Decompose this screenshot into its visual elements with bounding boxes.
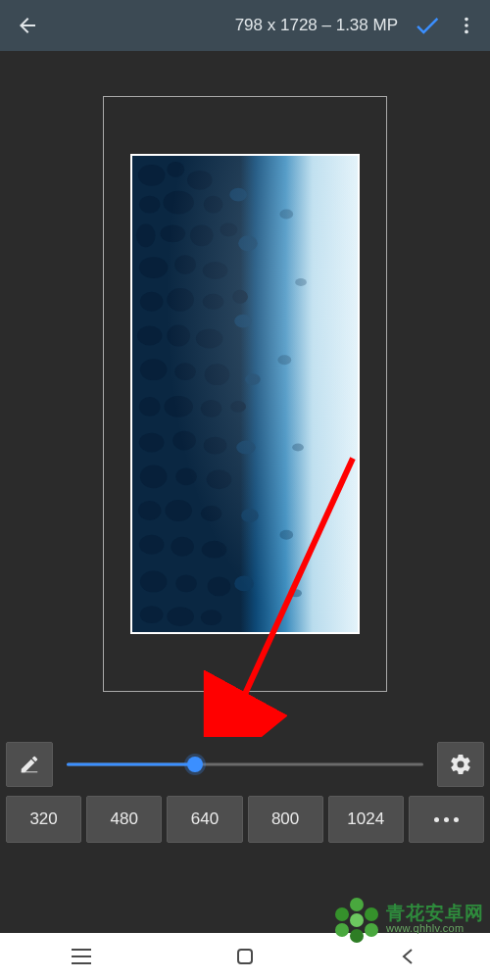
- nav-home-icon: [236, 948, 254, 965]
- preset-button-1[interactable]: 480: [86, 796, 162, 843]
- preset-button-2[interactable]: 640: [167, 796, 242, 843]
- app-root: 798 x 1728 – 1.38 MP: [0, 0, 490, 980]
- back-button[interactable]: [6, 4, 49, 47]
- check-icon: [413, 11, 442, 40]
- back-arrow-icon: [16, 14, 39, 37]
- overflow-menu-button[interactable]: [449, 4, 484, 47]
- svg-rect-62: [132, 156, 358, 632]
- top-bar: 798 x 1728 – 1.38 MP: [0, 0, 490, 51]
- preset-more-button[interactable]: [409, 796, 484, 843]
- nav-recents-button[interactable]: [64, 939, 99, 974]
- nav-home-button[interactable]: [227, 939, 263, 974]
- canvas-frame: [103, 96, 387, 692]
- preview-image-content: [132, 156, 358, 632]
- overflow-icon: [456, 15, 477, 36]
- size-slider[interactable]: [59, 742, 431, 787]
- svg-point-0: [465, 18, 468, 22]
- preview-area: [0, 51, 490, 737]
- svg-rect-67: [72, 962, 91, 964]
- preset-row: 320 480 640 800 1024: [0, 792, 490, 851]
- preset-button-0[interactable]: 320: [6, 796, 81, 843]
- image-preview[interactable]: [130, 154, 360, 634]
- dimensions-title: 798 x 1728 – 1.38 MP: [235, 16, 398, 35]
- system-nav-bar: [0, 933, 490, 980]
- gear-icon: [449, 753, 472, 776]
- svg-rect-65: [72, 949, 91, 951]
- nav-back-button[interactable]: [391, 939, 426, 974]
- svg-point-2: [465, 30, 468, 34]
- svg-rect-66: [72, 956, 91, 957]
- nav-recents-icon: [72, 949, 91, 964]
- more-dots-icon: [434, 817, 459, 822]
- svg-rect-68: [238, 950, 252, 963]
- slider-knob[interactable]: [187, 757, 203, 772]
- nav-back-icon: [400, 948, 417, 965]
- slider-row: [0, 737, 490, 792]
- preset-button-3[interactable]: 800: [248, 796, 323, 843]
- blank-space: [0, 851, 490, 933]
- confirm-button[interactable]: [406, 4, 449, 47]
- edit-icon: [19, 754, 40, 775]
- slider-track-fill: [67, 763, 193, 766]
- preset-button-4[interactable]: 1024: [328, 796, 404, 843]
- custom-size-button[interactable]: [6, 742, 53, 787]
- settings-button[interactable]: [437, 742, 484, 787]
- svg-point-1: [465, 24, 468, 27]
